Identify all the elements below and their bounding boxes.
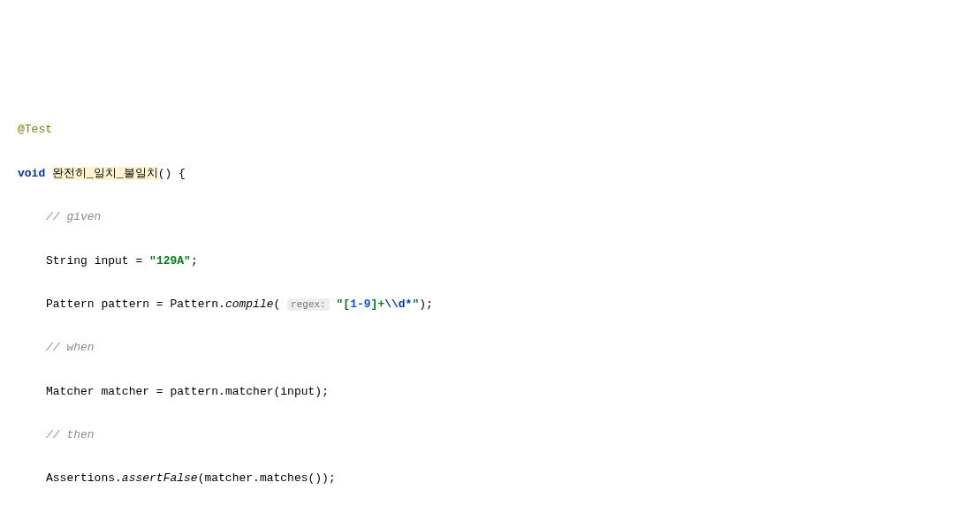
type-matcher: Matcher [46, 385, 95, 398]
param-hint: regex: [287, 298, 330, 311]
code-line: // then [18, 425, 962, 447]
class-assertions: Assertions [46, 471, 115, 485]
equals: = [156, 385, 163, 398]
comment-then: // then [46, 428, 95, 441]
code-line: String input = "129A"; [18, 251, 962, 273]
semicolon: ; [191, 254, 198, 268]
regex-range: 1-9 [350, 298, 370, 311]
method-assert: assertFalse [122, 471, 198, 485]
method-matcher: matcher [225, 385, 274, 398]
code-line: Assertions.assertFalse(matcher.matches()… [18, 468, 962, 490]
var-pattern: pattern [101, 298, 149, 311]
var-input: input [95, 254, 129, 268]
code-line: Pattern pattern = Pattern.compile( regex… [18, 294, 962, 316]
regex-escape: \\d* [384, 298, 412, 311]
comment-when: // when [46, 341, 95, 354]
type-string: String [46, 254, 87, 268]
code-line: @Test [18, 119, 962, 141]
comment-given: // given [46, 210, 101, 223]
var-matcher-ref: matcher [204, 471, 253, 485]
equals: = [156, 298, 163, 311]
var-matcher: matcher [101, 385, 149, 398]
regex-bracket: [ [343, 298, 350, 311]
code-line: void 완전히_일치_불일치() { [18, 163, 962, 185]
annotation-test: @Test [18, 123, 52, 136]
regex-quote: " [412, 298, 419, 311]
code-line: // given [18, 207, 962, 229]
code-line: // when [18, 337, 962, 359]
brace-open: { [179, 167, 186, 180]
code-block: @Test void 완전히_일치_불일치() { // given Strin… [18, 98, 962, 505]
type-pattern: Pattern [46, 298, 95, 311]
class-pattern: Pattern [170, 298, 218, 311]
var-pattern-ref: pattern [170, 385, 218, 398]
paren: () [158, 167, 172, 180]
keyword-void: void [18, 167, 45, 180]
string-literal: "129A" [149, 254, 191, 268]
code-line: Matcher matcher = pattern.matcher(input)… [18, 381, 962, 403]
equals: = [135, 254, 142, 268]
var-input-ref: input [280, 385, 315, 398]
method-compile: compile [225, 298, 274, 311]
method-name: 완전히_일치_불일치 [52, 167, 158, 180]
method-matches: matches [260, 471, 308, 485]
